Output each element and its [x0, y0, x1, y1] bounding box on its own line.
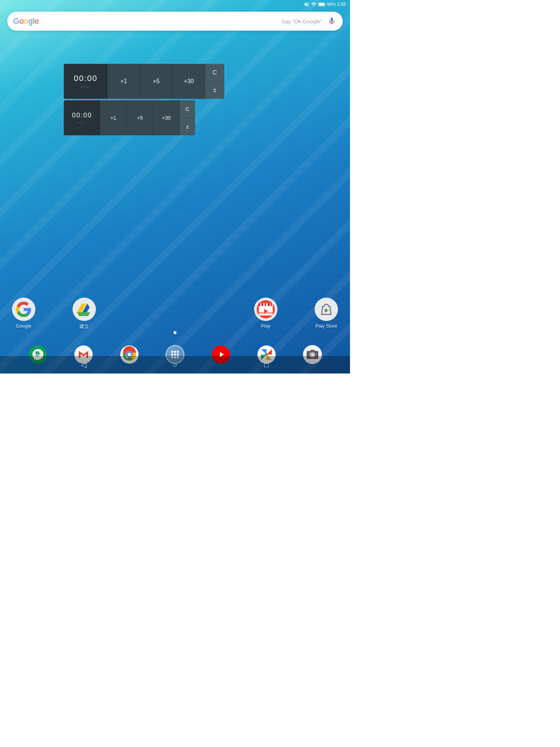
status-bar: 98% 3:58: [0, 0, 350, 9]
svg-rect-13: [268, 303, 269, 306]
timer-1-time: 00:00: [74, 74, 97, 83]
timer-2-btn-plus1[interactable]: +1: [100, 100, 127, 135]
back-button[interactable]: ◁: [75, 357, 92, 373]
mic-button[interactable]: [327, 16, 337, 26]
svg-point-38: [177, 353, 179, 356]
nav-bar: ◁ ○ □: [0, 356, 350, 374]
drive-icon: [73, 298, 96, 321]
timer-2-controls: C ±: [180, 100, 195, 135]
battery-percent: 98%: [327, 2, 336, 7]
play-store-icon: [315, 298, 338, 321]
search-hint: Say "Ok Google": [39, 18, 322, 24]
drive-label: 建立: [79, 323, 89, 330]
timer-2-toggle[interactable]: ±: [180, 118, 195, 136]
app-google[interactable]: Google: [7, 298, 40, 330]
google-label: Google: [16, 323, 31, 329]
svg-rect-10: [259, 303, 260, 306]
timer-2-btn-plus5[interactable]: +5: [127, 100, 153, 135]
play-movies-label: Play: [261, 323, 270, 329]
svg-rect-16: [259, 313, 273, 316]
svg-rect-1: [324, 4, 325, 5]
svg-point-37: [174, 353, 176, 356]
battery-icon: [318, 2, 326, 7]
home-button[interactable]: ○: [167, 357, 183, 373]
timer-1-display[interactable]: 00:00 --:--: [64, 64, 108, 99]
timer-1-toggle[interactable]: ±: [205, 82, 224, 99]
svg-point-35: [177, 351, 179, 353]
timer-1-subtime: --:--: [81, 84, 90, 89]
svg-point-36: [171, 353, 173, 356]
timer-1-controls: C ±: [205, 64, 224, 99]
google-icon: [12, 298, 35, 321]
timer-2-clear[interactable]: C: [180, 100, 195, 118]
timer-2-subtime: --:--: [78, 120, 86, 124]
timer-widget-1: 00:00 --:-- +1 +5 +30 C ±: [64, 64, 224, 99]
clock: 3:58: [337, 2, 346, 7]
timer-1-btn-plus30[interactable]: +30: [173, 64, 205, 99]
play-store-label: Play Store: [315, 323, 337, 329]
play-movies-icon: [254, 298, 277, 321]
timer-2-display[interactable]: 00:00 --:--: [64, 100, 100, 135]
google-logo: G o o g l e: [13, 16, 39, 26]
app-icons-row: Google 建立: [0, 298, 350, 330]
timer-1-clear[interactable]: C: [205, 64, 224, 82]
status-icons: 98% 3:58: [304, 1, 346, 7]
timer-1-btn-plus5[interactable]: +5: [140, 64, 172, 99]
svg-rect-2: [319, 3, 324, 5]
svg-point-45: [265, 353, 268, 356]
recents-button[interactable]: □: [258, 357, 275, 373]
wifi-icon: [311, 1, 317, 7]
app-drive[interactable]: 建立: [68, 298, 101, 330]
page-indicator: [0, 331, 350, 334]
search-bar[interactable]: G o o g l e Say "Ok Google": [7, 12, 343, 31]
timer-2-time: 00:00: [72, 112, 92, 119]
google-g: G: [13, 16, 19, 26]
timer-widget-2: 00:00 --:-- +1 +5 +30 C ±: [64, 100, 195, 135]
svg-rect-11: [262, 303, 263, 306]
svg-rect-12: [265, 303, 266, 306]
svg-point-34: [174, 351, 176, 353]
app-play-movies[interactable]: Play: [249, 298, 282, 330]
page-dot-1: [174, 331, 176, 334]
app-play-store[interactable]: Play Store: [310, 298, 343, 330]
timer-1-btn-plus1[interactable]: +1: [108, 64, 140, 99]
mute-icon: [304, 1, 310, 7]
timer-2-btn-plus30[interactable]: +30: [153, 100, 180, 135]
svg-point-33: [171, 351, 173, 353]
svg-rect-14: [271, 303, 272, 306]
